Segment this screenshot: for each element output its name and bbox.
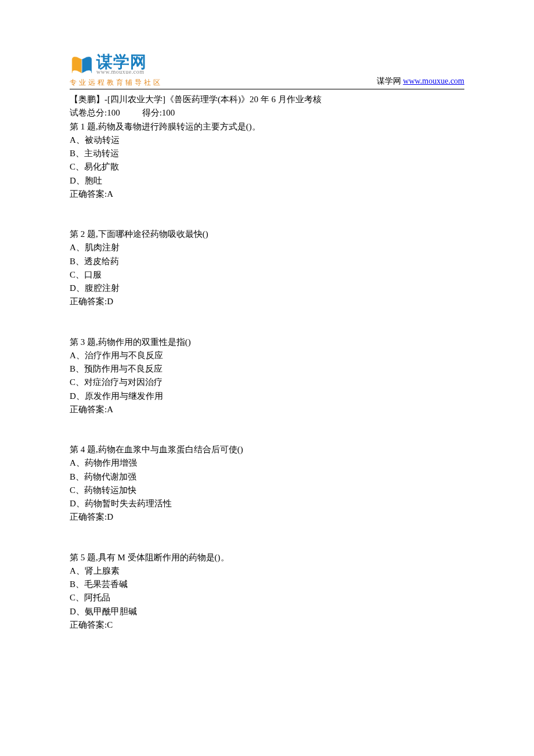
document-content: 【奥鹏】-[四川农业大学]《兽医药理学(本科)》20 年 6 月作业考核 试卷总…	[70, 93, 464, 632]
option: C、易化扩散	[70, 160, 464, 174]
answer: 正确答案:A	[70, 188, 464, 201]
question-2: 第 2 题,下面哪种途径药物吸收最快() A、肌肉注射 B、透皮给药 C、口服 …	[70, 228, 464, 309]
option: B、预防作用与不良反应	[70, 362, 464, 376]
page-header: 谋学网 www.mouxue.com 专业远程教育辅导社区 谋学网 www.mo…	[70, 52, 464, 89]
exam-title: 【奥鹏】-[四川农业大学]《兽医药理学(本科)》20 年 6 月作业考核	[70, 93, 464, 106]
question-1: 第 1 题,药物及毒物进行跨膜转运的主要方式是()。 A、被动转运 B、主动转运…	[70, 120, 464, 201]
site-reference: 谋学网 www.mouxue.com	[377, 76, 464, 88]
logo-text: 谋学网 www.mouxue.com	[96, 54, 147, 75]
option: C、对症治疗与对因治疗	[70, 376, 464, 389]
site-label: 谋学网	[377, 77, 401, 85]
option: C、药物转运加快	[70, 484, 464, 497]
question-stem: 第 3 题,药物作用的双重性是指()	[70, 336, 464, 349]
question-stem: 第 2 题,下面哪种途径药物吸收最快()	[70, 228, 464, 241]
option: C、阿托品	[70, 591, 464, 604]
option: A、被动转运	[70, 134, 464, 147]
answer: 正确答案:C	[70, 618, 464, 632]
question-3: 第 3 题,药物作用的双重性是指() A、治疗作用与不良反应 B、预防作用与不良…	[70, 336, 464, 417]
document-page: 谋学网 www.mouxue.com 专业远程教育辅导社区 谋学网 www.mo…	[0, 0, 534, 693]
option: A、治疗作用与不良反应	[70, 349, 464, 362]
logo-block: 谋学网 www.mouxue.com 专业远程教育辅导社区	[70, 52, 163, 88]
logo-row: 谋学网 www.mouxue.com	[70, 52, 163, 77]
option: B、药物代谢加强	[70, 470, 464, 484]
option: A、药物作用增强	[70, 456, 464, 470]
answer: 正确答案:D	[70, 510, 464, 524]
total-label: 试卷总分:	[70, 108, 107, 117]
option: B、毛果芸香碱	[70, 578, 464, 591]
question-stem: 第 1 题,药物及毒物进行跨膜转运的主要方式是()。	[70, 120, 464, 134]
question-5: 第 5 题,具有 M 受体阻断作用的药物是()。 A、肾上腺素 B、毛果芸香碱 …	[70, 551, 464, 632]
logo-subtitle: www.mouxue.com	[96, 69, 147, 75]
option: D、胞吐	[70, 174, 464, 188]
option: D、原发作用与继发作用	[70, 390, 464, 403]
option: B、主动转运	[70, 147, 464, 160]
book-icon	[70, 52, 94, 77]
option: B、透皮给药	[70, 255, 464, 268]
logo-tagline: 专业远程教育辅导社区	[70, 78, 163, 88]
total-value: 100	[107, 108, 120, 117]
answer: 正确答案:D	[70, 295, 464, 308]
option: A、肌肉注射	[70, 241, 464, 254]
logo-title: 谋学网	[96, 54, 147, 70]
score-line: 试卷总分:100得分:100	[70, 106, 464, 120]
score-label: 得分:	[142, 108, 162, 117]
option: D、氨甲酰甲胆碱	[70, 605, 464, 618]
option: D、腹腔注射	[70, 282, 464, 295]
option: A、肾上腺素	[70, 564, 464, 578]
option: D、药物暂时失去药理活性	[70, 497, 464, 510]
answer: 正确答案:A	[70, 403, 464, 416]
site-link[interactable]: www.mouxue.com	[403, 77, 464, 85]
question-stem: 第 4 题,药物在血浆中与血浆蛋白结合后可使()	[70, 443, 464, 456]
question-stem: 第 5 题,具有 M 受体阻断作用的药物是()。	[70, 551, 464, 564]
score-value: 100	[162, 108, 175, 117]
question-4: 第 4 题,药物在血浆中与血浆蛋白结合后可使() A、药物作用增强 B、药物代谢…	[70, 443, 464, 524]
option: C、口服	[70, 268, 464, 282]
